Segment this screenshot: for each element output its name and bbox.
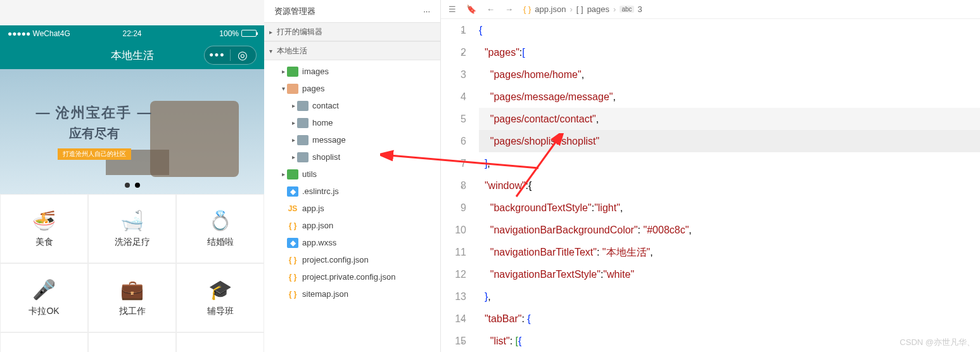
fold-icon[interactable]: ⌄	[460, 41, 465, 63]
grid-cell[interactable]: 🏠	[88, 332, 176, 352]
line-number: 6	[441, 130, 466, 152]
tree-item[interactable]: ▾pages	[264, 80, 440, 97]
chevron-icon: ▸	[292, 136, 297, 143]
line-gutter: 1⌄2⌄345678⌄91011121314⌄15⌄	[441, 19, 479, 352]
status-battery: 100%	[174, 29, 257, 38]
line-number: 3	[441, 63, 466, 86]
fold-icon[interactable]: ⌄	[460, 330, 465, 352]
tree-item[interactable]: ▸home	[264, 114, 440, 131]
file-name: app.json	[302, 221, 333, 230]
chevron-down-icon: ▾	[269, 48, 274, 55]
category-icon: 🍜	[32, 209, 56, 231]
file-icon: ◆	[287, 238, 298, 248]
grid-cell[interactable]: 🍜美食	[0, 194, 88, 263]
line-number: 4	[441, 86, 466, 108]
line-number: 11	[441, 241, 466, 263]
tree-item[interactable]: ◆.eslintrc.js	[264, 183, 440, 200]
nav-back-icon[interactable]: ←	[487, 4, 495, 14]
line-number: 7	[441, 152, 466, 174]
grid-cell[interactable]: 🎓辅导班	[176, 263, 264, 332]
file-icon: { }	[287, 255, 298, 265]
fold-icon[interactable]: ⌄	[460, 19, 465, 41]
editor-toolbar: ☰ 🔖 ← → { } app.json › [ ] pages › abc 3	[441, 0, 980, 19]
category-grid: 🍜美食🛁洗浴足疗💍结婚啦🎤卡拉OK💼找工作🎓辅导班🚚🏠🖌	[0, 194, 264, 352]
banner[interactable]: — 沧州宝在手 — 应有尽有 打造沧州人自己的社区	[0, 69, 264, 194]
file-icon	[297, 118, 309, 128]
file-icon	[287, 169, 298, 179]
category-icon: 🛁	[120, 209, 144, 231]
wechat-simulator: ●●●●● WeChat4G 22:24 100% 本地生活 ••• ◎ — 沧…	[0, 0, 264, 352]
tree-item[interactable]: ▸shoplist	[264, 148, 440, 166]
tree-item[interactable]: JSapp.js	[264, 200, 440, 217]
line-number: 14⌄	[441, 308, 466, 330]
category-label: 辅导班	[207, 306, 234, 317]
line-number: 8⌄	[441, 174, 466, 197]
grid-cell[interactable]: 🎤卡拉OK	[0, 263, 88, 332]
file-name: images	[302, 67, 329, 76]
tree-item[interactable]: ◆app.wxss	[264, 234, 440, 251]
category-icon: 🎓	[208, 278, 232, 301]
nav-forward-icon[interactable]: →	[505, 4, 513, 14]
file-icon	[287, 67, 298, 77]
file-name: app.js	[302, 204, 324, 213]
category-label: 卡拉OK	[29, 306, 59, 317]
workspace-root[interactable]: ▾ 本地生活	[264, 41, 440, 60]
nav-bar: 本地生活 ••• ◎	[0, 41, 264, 69]
watermark: CSDN @亦世凡华、	[900, 337, 975, 348]
file-name: .eslintrc.js	[302, 186, 339, 196]
list-icon[interactable]: ☰	[449, 4, 456, 14]
grid-cell[interactable]: 🛁洗浴足疗	[88, 194, 176, 263]
nav-title: 本地生活	[111, 48, 154, 63]
category-label: 美食	[35, 237, 53, 248]
grid-cell[interactable]: 🖌	[176, 332, 264, 352]
open-editors-section[interactable]: ▸ 打开的编辑器	[264, 22, 440, 41]
tree-item[interactable]: { }app.json	[264, 217, 440, 234]
battery-icon	[241, 30, 257, 37]
file-icon: { }	[287, 221, 298, 231]
file-icon	[297, 101, 309, 111]
more-icon[interactable]: ···	[423, 6, 430, 16]
file-icon: { }	[287, 289, 298, 299]
grid-cell[interactable]: 💍结婚啦	[176, 194, 264, 263]
file-explorer: 资源管理器 ··· ▸ 打开的编辑器 ▾ 本地生活 ▸images▾pages▸…	[264, 0, 441, 352]
file-icon: { }	[287, 272, 298, 282]
fold-icon[interactable]: ⌄	[460, 174, 465, 197]
fold-icon[interactable]: ⌄	[460, 308, 465, 330]
grid-cell[interactable]: 🚚	[0, 332, 88, 352]
code-area[interactable]: 1⌄2⌄345678⌄91011121314⌄15⌄ { "pages":[ "…	[441, 19, 980, 352]
line-number: 5	[441, 108, 466, 130]
tree-item[interactable]: ▸contact	[264, 97, 440, 114]
breadcrumb[interactable]: { } app.json › [ ] pages › abc 3	[523, 4, 642, 14]
line-number: 15⌄	[441, 330, 466, 352]
line-number: 2⌄	[441, 41, 466, 63]
tree-item[interactable]: { }project.config.json	[264, 251, 440, 268]
line-number: 9	[441, 197, 466, 219]
capsule-button[interactable]: ••• ◎	[204, 46, 257, 65]
grid-cell[interactable]: 💼找工作	[88, 263, 176, 332]
tree-item[interactable]: ▸utils	[264, 166, 440, 183]
dot-active[interactable]	[135, 183, 140, 188]
pagination-dots	[125, 183, 140, 188]
tree-item[interactable]: { }project.private.config.json	[264, 268, 440, 285]
close-icon[interactable]: ◎	[231, 48, 256, 62]
tree-item[interactable]: ▸message	[264, 131, 440, 148]
file-name: app.wxss	[302, 238, 336, 247]
file-name: shoplist	[312, 152, 340, 162]
category-label: 结婚啦	[207, 237, 234, 248]
code-content[interactable]: { "pages":[ "pages/home/home", "pages/me…	[479, 19, 980, 352]
line-number: 13	[441, 285, 466, 308]
tree-item[interactable]: { }sitemap.json	[264, 285, 440, 303]
file-icon: JS	[287, 204, 298, 214]
tree-item[interactable]: ▸images	[264, 63, 440, 80]
chevron-icon: ▸	[282, 171, 287, 178]
category-label: 洗浴足疗	[115, 237, 150, 248]
menu-icon[interactable]: •••	[205, 49, 230, 62]
chevron-icon: ▾	[282, 85, 287, 92]
category-icon: 🎤	[32, 278, 56, 301]
dot[interactable]	[125, 183, 130, 188]
bookmark-icon[interactable]: 🔖	[466, 4, 476, 14]
file-name: pages	[302, 84, 324, 93]
line-number: 12	[441, 263, 466, 285]
bracket-icon: [ ]	[576, 4, 583, 14]
explorer-header: 资源管理器 ···	[264, 0, 440, 22]
